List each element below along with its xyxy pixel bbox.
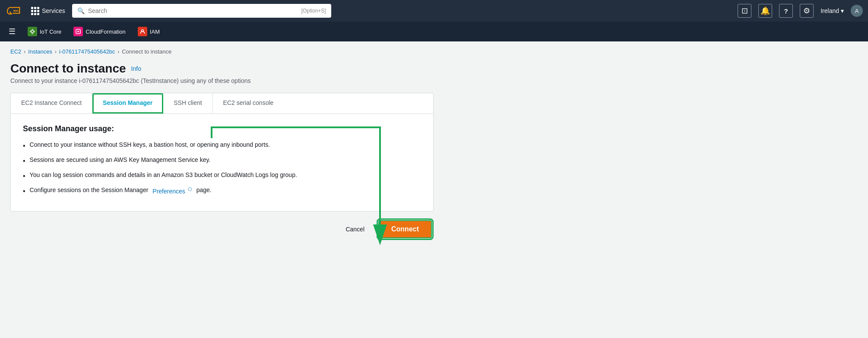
tab-session-manager-label: Session Manager [103, 99, 152, 106]
bullet-1: Connect to your instance without SSH key… [23, 140, 421, 151]
session-manager-section-title: Session Manager usage: [23, 124, 421, 133]
connect-button[interactable]: Connect [378, 220, 432, 238]
tab-ssh-client-label: SSH client [174, 99, 202, 106]
tab-session-manager[interactable]: Session Manager [92, 93, 163, 114]
page-title: Connect to instance [10, 62, 126, 76]
sidebar-item-iot-core[interactable]: IoT Core [22, 24, 67, 39]
hamburger-menu-btn[interactable]: ☰ [5, 23, 19, 40]
terminal-icon-btn[interactable]: ⊡ [738, 4, 751, 18]
search-icon: 🔍 [77, 7, 85, 14]
top-navigation: aws Services 🔍 [Option+S] ⊡ 🔔 ? ⚙ Irelan… [0, 0, 868, 22]
aws-logo[interactable]: aws [5, 4, 22, 18]
bottom-buttons: Cancel Connect [10, 220, 434, 238]
sidebar-item-iam[interactable]: IAM [133, 24, 165, 39]
grid-icon [31, 7, 39, 15]
session-manager-tab-content: Session Manager usage: Connect to your i… [11, 114, 433, 211]
tab-ec2-serial-console-label: EC2 serial console [223, 99, 274, 106]
second-navigation: ☰ IoT Core CloudFormation IAM [0, 22, 868, 41]
iot-core-label: IoT Core [40, 28, 61, 35]
breadcrumb-instance-id[interactable]: i-076117475405642bc [59, 48, 115, 55]
tab-ssh-client[interactable]: SSH client [163, 93, 212, 114]
session-manager-bullets: Connect to your instance without SSH key… [23, 140, 421, 196]
nav-right-icons: ⊡ 🔔 ? ⚙ Ireland ▾ A [738, 4, 863, 18]
tab-bar: EC2 Instance Connect Session Manager SSH… [11, 93, 433, 114]
breadcrumb: EC2 › Instances › i-076117475405642bc › … [10, 48, 858, 55]
svg-point-1 [31, 30, 34, 33]
settings-btn[interactable]: ⚙ [800, 4, 814, 18]
info-link[interactable]: Info [131, 65, 141, 72]
tab-ec2-instance-connect[interactable]: EC2 Instance Connect [11, 93, 92, 114]
bullet-3: You can log session commands and details… [23, 171, 421, 181]
tab-panel: EC2 Instance Connect Session Manager SSH… [10, 93, 434, 212]
bullet-4: Configure sessions on the Session Manage… [23, 186, 421, 196]
bullet-3-text: You can log session commands and details… [30, 171, 297, 180]
external-link-icon: ⬡ [188, 186, 192, 192]
bullet-1-text: Connect to your instance without SSH key… [30, 140, 270, 149]
iot-core-icon [28, 27, 37, 36]
region-label: Ireland [820, 7, 839, 14]
cloudformation-icon [73, 27, 83, 36]
notifications-bell-btn[interactable]: 🔔 [758, 4, 772, 18]
breadcrumb-sep-1: › [24, 49, 25, 55]
region-selector[interactable]: Ireland ▾ [820, 7, 844, 14]
bullet-4-suffix: page. [196, 186, 212, 195]
user-initial-btn[interactable]: A [851, 5, 863, 17]
cancel-button[interactable]: Cancel [339, 222, 371, 236]
main-content: EC2 › Instances › i-076117475405642bc › … [0, 41, 868, 245]
search-input[interactable] [88, 7, 298, 14]
help-btn[interactable]: ? [779, 4, 793, 18]
sidebar-item-cloudformation[interactable]: CloudFormation [68, 24, 131, 39]
preferences-link[interactable]: Preferences ⬡ [152, 186, 192, 196]
iam-label: IAM [150, 28, 160, 35]
tab-ec2-instance-connect-label: EC2 Instance Connect [21, 99, 82, 106]
breadcrumb-sep-3: › [117, 49, 119, 55]
search-bar[interactable]: 🔍 [Option+S] [72, 4, 331, 18]
search-shortcut: [Option+S] [301, 8, 326, 14]
services-menu-button[interactable]: Services [28, 5, 69, 17]
bullet-2-text: Sessions are secured using an AWS Key Ma… [30, 155, 211, 164]
page-title-row: Connect to instance Info [10, 62, 858, 76]
cloudformation-label: CloudFormation [86, 28, 126, 35]
tab-ec2-serial-console[interactable]: EC2 serial console [213, 93, 284, 114]
breadcrumb-current: Connect to instance [122, 48, 171, 55]
iam-icon [138, 27, 147, 36]
services-label: Services [42, 7, 65, 14]
bullet-2: Sessions are secured using an AWS Key Ma… [23, 155, 421, 166]
chevron-down-icon: ▾ [841, 7, 844, 14]
breadcrumb-sep-2: › [55, 49, 57, 55]
bullet-4-prefix: Configure sessions on the Session Manage… [30, 186, 149, 195]
user-initial: A [855, 8, 859, 14]
svg-text:aws: aws [13, 9, 19, 12]
page-subtitle: Connect to your instance i-0761174754056… [10, 77, 858, 84]
breadcrumb-instances[interactable]: Instances [28, 48, 52, 55]
breadcrumb-ec2[interactable]: EC2 [10, 48, 21, 55]
